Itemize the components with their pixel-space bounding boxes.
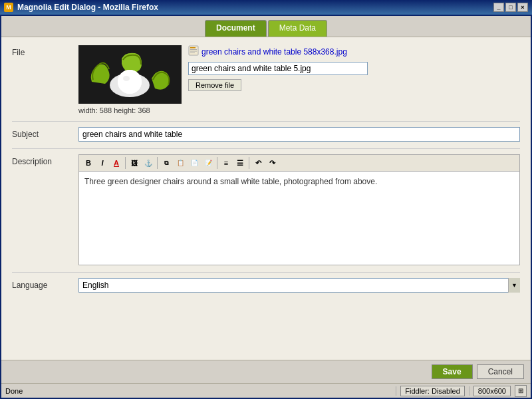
close-button[interactable]: × — [517, 3, 528, 12]
copy-btn[interactable]: ⧉ — [160, 156, 173, 170]
svg-rect-7 — [190, 49, 197, 50]
image-btn[interactable]: 🖼 — [128, 156, 141, 170]
main-window: Document Meta Data File — [0, 15, 532, 399]
svg-rect-6 — [190, 47, 196, 49]
divider-1 — [12, 121, 520, 122]
maximize-button[interactable]: □ — [505, 3, 516, 12]
subject-field — [78, 127, 520, 142]
cancel-button[interactable]: Cancel — [477, 364, 524, 379]
svg-rect-8 — [190, 51, 197, 52]
status-text: Done — [5, 387, 23, 395]
statusbar-right: Fiddler: Disabled 532x399 ⊞ — [396, 385, 527, 397]
file-link-icon — [188, 45, 199, 58]
file-dimensions: width: 588 height: 368 — [78, 106, 150, 114]
pastetext-btn[interactable]: 📄 — [188, 156, 201, 170]
subject-row: Subject — [12, 127, 520, 142]
titlebar-title: Magnolia Edit Dialog - Mozilla Firefox — [17, 3, 158, 12]
statusbar-div-2 — [469, 386, 469, 396]
svg-rect-9 — [190, 53, 195, 53]
file-link-text: green chairs and white table 588x368.jpg — [201, 47, 347, 57]
resolution-status: 532x399 — [473, 386, 511, 396]
statusbar: Done Fiddler: Disabled 532x399 ⊞ — [1, 383, 531, 398]
file-label: File — [12, 45, 78, 57]
anchor-btn[interactable]: ⚓ — [142, 156, 155, 170]
titlebar-left: M Magnolia Edit Dialog - Mozilla Firefox — [4, 3, 158, 12]
statusbar-div-1 — [396, 386, 396, 396]
file-section: width: 588 height: 368 — [78, 45, 520, 114]
file-link[interactable]: green chairs and white table 588x368.jpg — [188, 45, 368, 58]
titlebar: M Magnolia Edit Dialog - Mozilla Firefox… — [0, 0, 532, 15]
language-label: Language — [12, 278, 78, 290]
toolbar-sep-2 — [157, 157, 158, 169]
content-area: File — [1, 37, 531, 360]
subject-input[interactable] — [78, 127, 520, 142]
file-field: width: 588 height: 368 — [78, 45, 520, 114]
description-content[interactable]: Three green designer chairs around a sma… — [79, 172, 519, 265]
filename-input[interactable] — [188, 62, 368, 75]
svg-point-4 — [123, 76, 130, 81]
svg-point-3 — [118, 70, 142, 94]
color-btn[interactable]: A — [110, 156, 123, 170]
toolbar-sep-4 — [249, 157, 249, 169]
redo-btn[interactable]: ↷ — [265, 156, 279, 170]
paste-btn[interactable]: 📋 — [174, 156, 187, 170]
unorderedlist-btn[interactable]: ☰ — [233, 156, 247, 170]
subject-label: Subject — [12, 127, 78, 139]
orderedlist-btn[interactable]: ≡ — [219, 156, 233, 170]
bold-btn[interactable]: B — [82, 156, 95, 170]
minimize-button[interactable]: _ — [493, 3, 504, 12]
toolbar-sep-1 — [125, 157, 126, 169]
language-row: Language English German French Spanish ▼ — [12, 278, 520, 293]
language-select-wrapper: English German French Spanish ▼ — [78, 278, 520, 293]
tab-metadata[interactable]: Meta Data — [268, 20, 327, 37]
undo-btn[interactable]: ↶ — [251, 156, 265, 170]
description-row: Description B I A 🖼 ⚓ ⧉ 📋 📄 📝 — [12, 154, 520, 265]
rte-toolbar: B I A 🖼 ⚓ ⧉ 📋 📄 📝 ≡ ☰ — [79, 155, 519, 172]
pastefromword-btn[interactable]: 📝 — [201, 156, 215, 170]
statusbar-icon-button[interactable]: ⊞ — [515, 385, 527, 397]
file-image-container: width: 588 height: 368 — [78, 45, 182, 114]
description-label: Description — [12, 154, 78, 166]
description-editor: B I A 🖼 ⚓ ⧉ 📋 📄 📝 ≡ ☰ — [78, 154, 520, 265]
file-row: File — [12, 45, 520, 114]
file-info: green chairs and white table 588x368.jpg… — [188, 45, 368, 91]
tab-document[interactable]: Document — [205, 20, 267, 37]
tab-bar: Document Meta Data — [1, 16, 531, 37]
language-select[interactable]: English German French Spanish — [78, 278, 520, 293]
fiddler-status: Fiddler: Disabled — [400, 386, 465, 396]
divider-3 — [12, 272, 520, 273]
description-field: B I A 🖼 ⚓ ⧉ 📋 📄 📝 ≡ ☰ — [78, 154, 520, 265]
footer: Save Cancel — [1, 360, 531, 383]
save-button[interactable]: Save — [432, 364, 473, 379]
titlebar-buttons[interactable]: _ □ × — [493, 3, 528, 12]
toolbar-sep-3 — [217, 157, 217, 169]
italic-btn[interactable]: I — [96, 156, 109, 170]
divider-2 — [12, 148, 520, 149]
file-thumbnail — [78, 45, 182, 104]
language-field: English German French Spanish ▼ — [78, 278, 520, 293]
remove-file-button[interactable]: Remove file — [188, 79, 241, 91]
app-icon: M — [4, 3, 13, 12]
